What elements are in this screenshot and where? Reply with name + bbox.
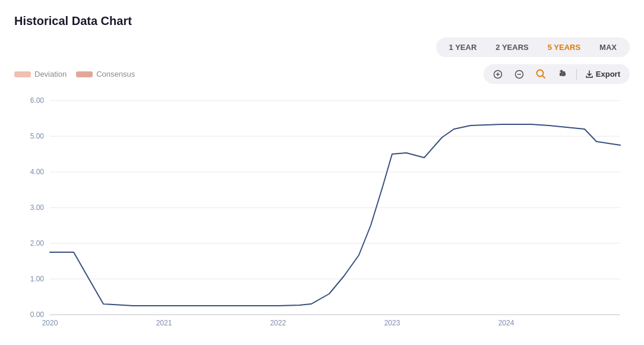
svg-text:2023: 2023 [384,319,400,327]
export-button[interactable]: Export [582,67,624,81]
svg-rect-9 [564,73,566,76]
svg-text:2022: 2022 [270,319,286,327]
search-button[interactable] [532,67,550,81]
page-title: Historical Data Chart [14,14,630,28]
time-range-group: 1 YEAR 2 YEARS 5 YEARS MAX [436,37,630,57]
time-btn-2years[interactable]: 2 YEARS [487,40,536,55]
svg-text:2024: 2024 [498,319,514,327]
chart-legend: Deviation Consensus [14,70,135,79]
svg-rect-8 [562,71,563,76]
svg-line-6 [542,76,545,78]
deviation-swatch [14,71,31,77]
toolbar-divider [576,69,577,80]
svg-text:2.00: 2.00 [30,239,45,247]
svg-text:1.00: 1.00 [30,275,45,283]
export-label: Export [596,70,620,79]
time-btn-1year[interactable]: 1 YEAR [441,40,485,55]
consensus-label: Consensus [96,70,135,79]
zoom-in-button[interactable] [490,67,506,81]
chart-svg: 6.00 5.00 4.00 3.00 2.00 1.00 0.00 2020 … [14,89,630,327]
chart-toolbar: Export [484,64,630,84]
chart-container: 6.00 5.00 4.00 3.00 2.00 1.00 0.00 2020 … [14,89,630,327]
consensus-swatch [76,71,93,77]
svg-text:2021: 2021 [156,319,172,327]
svg-text:4.00: 4.00 [30,168,45,176]
svg-rect-7 [560,73,561,76]
legend-consensus: Consensus [76,70,135,79]
svg-text:2020: 2020 [42,319,58,327]
svg-text:5.00: 5.00 [30,132,45,140]
svg-text:6.00: 6.00 [30,96,45,105]
legend-deviation: Deviation [14,70,67,79]
pan-button[interactable] [554,67,572,81]
deviation-label: Deviation [34,70,67,79]
zoom-out-button[interactable] [511,67,528,81]
time-btn-5years[interactable]: 5 YEARS [539,40,589,55]
time-btn-max[interactable]: MAX [591,40,625,55]
svg-text:3.00: 3.00 [30,203,45,212]
svg-text:0.00: 0.00 [30,310,45,319]
